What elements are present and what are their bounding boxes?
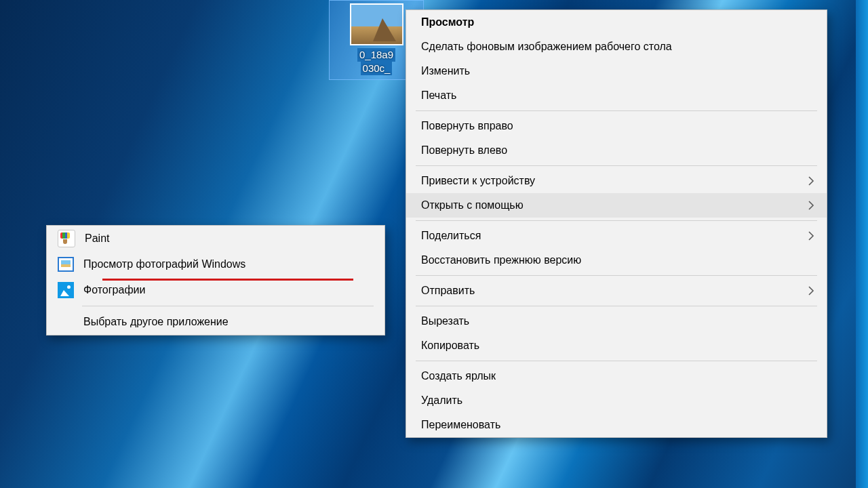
openwith-paint[interactable]: Paint bbox=[47, 226, 384, 251]
menu-cut[interactable]: Вырезать bbox=[406, 309, 827, 333]
chevron-right-icon bbox=[808, 286, 814, 296]
chevron-right-icon bbox=[808, 231, 814, 241]
menu-rotate-left[interactable]: Повернуть влево bbox=[406, 138, 827, 163]
menu-separator bbox=[416, 306, 817, 306]
menu-open-with[interactable]: Открыть с помощью bbox=[406, 193, 827, 218]
wallpaper-right-edge bbox=[856, 0, 868, 488]
chevron-right-icon bbox=[808, 176, 814, 186]
open-with-submenu: Paint Просмотр фотографий Windows Фотогр… bbox=[46, 225, 385, 336]
chevron-right-icon bbox=[808, 201, 814, 210]
menu-rotate-right[interactable]: Повернуть вправо bbox=[406, 114, 827, 138]
openwith-windows-photo-viewer[interactable]: Просмотр фотографий Windows bbox=[47, 251, 384, 277]
photo-viewer-icon bbox=[58, 256, 74, 272]
openwith-choose-another[interactable]: Выбрать другое приложение bbox=[47, 309, 384, 335]
menu-copy[interactable]: Копировать bbox=[406, 333, 827, 358]
photos-app-icon bbox=[58, 282, 74, 298]
context-menu: Просмотр Сделать фоновым изображением ра… bbox=[406, 9, 827, 438]
menu-separator bbox=[416, 275, 817, 276]
blank-icon bbox=[58, 314, 74, 330]
menu-delete[interactable]: Удалить bbox=[406, 388, 827, 413]
menu-share[interactable]: Поделиться bbox=[406, 224, 827, 248]
menu-print[interactable]: Печать bbox=[406, 83, 827, 108]
menu-separator bbox=[82, 306, 374, 306]
menu-restore-previous[interactable]: Восстановить прежнюю версию bbox=[406, 248, 827, 272]
menu-separator bbox=[416, 361, 817, 361]
menu-preview[interactable]: Просмотр bbox=[406, 10, 827, 35]
file-thumbnail bbox=[350, 3, 403, 45]
desktop-wallpaper: 0_18a9 030c_ Просмотр Сделать фоновым из… bbox=[0, 0, 868, 488]
menu-separator bbox=[416, 110, 817, 111]
menu-rename[interactable]: Переименовать bbox=[406, 413, 827, 437]
menu-send-to[interactable]: Отправить bbox=[406, 279, 827, 303]
menu-separator bbox=[416, 220, 817, 221]
menu-edit[interactable]: Изменить bbox=[406, 59, 827, 83]
file-name-line1: 0_18a9 bbox=[357, 48, 395, 62]
menu-cast-to-device[interactable]: Привести к устройству bbox=[406, 169, 827, 193]
openwith-photos[interactable]: Фотографии bbox=[47, 277, 384, 303]
file-name-line2: 030c_ bbox=[361, 62, 393, 75]
highlight-underline bbox=[102, 279, 353, 281]
menu-separator bbox=[416, 165, 817, 166]
menu-create-shortcut[interactable]: Создать ярлык bbox=[406, 364, 827, 388]
menu-set-wallpaper[interactable]: Сделать фоновым изображением рабочего ст… bbox=[406, 35, 827, 59]
paint-icon bbox=[58, 230, 75, 247]
